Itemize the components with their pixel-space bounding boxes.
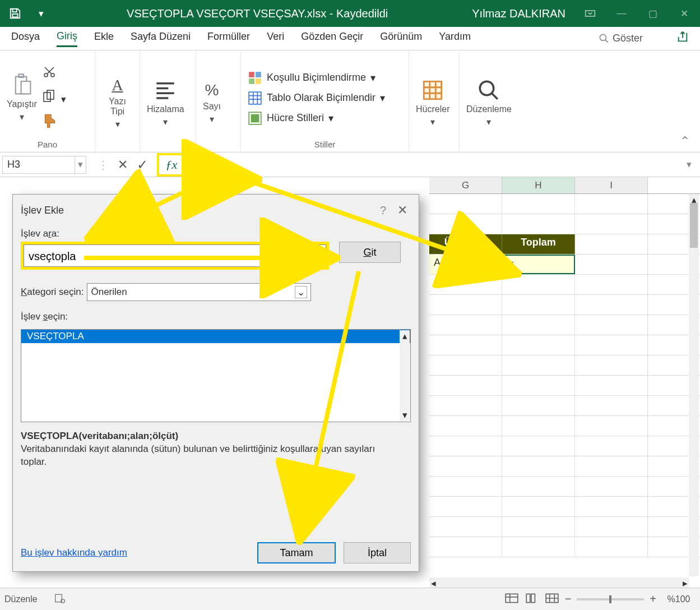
tab-veri[interactable]: Veri: [267, 31, 284, 46]
format-as-table-button[interactable]: Tablo Olarak Biçimlendir ▾: [248, 91, 385, 105]
function-search-input[interactable]: [24, 244, 326, 267]
search-label: İşlev ara:: [21, 228, 411, 239]
tab-ekle[interactable]: Ekle: [94, 31, 114, 46]
dialog-help-icon[interactable]: ?: [380, 204, 386, 217]
svg-rect-21: [506, 594, 518, 602]
font-group-button[interactable]: A Yazı Tipi ▾: [102, 76, 133, 130]
minimize-icon[interactable]: —: [606, 0, 637, 27]
tab-yardim[interactable]: Yardım: [439, 31, 471, 46]
function-signature: VSEÇTOPLA(veritabanı;alan;ölçüt): [21, 430, 411, 443]
editing-group-button[interactable]: Düzenleme ▾: [466, 78, 512, 127]
tab-gorunum[interactable]: Görünüm: [380, 31, 422, 46]
cells-group-button[interactable]: Hücreler ▾: [416, 78, 449, 127]
svg-rect-16: [252, 114, 259, 122]
close-icon[interactable]: ✕: [669, 0, 700, 27]
tab-gozden-gecir[interactable]: Gözden Geçir: [301, 31, 363, 46]
conditional-formatting-button[interactable]: Koşullu Biçimlendirme ▾: [248, 71, 385, 85]
cancel-button[interactable]: İptal: [344, 542, 411, 563]
insert-function-button[interactable]: ƒx: [157, 153, 186, 177]
svg-rect-11: [256, 72, 261, 77]
document-title: VSEÇTOPLA VSEÇORT VSEÇSAY.xlsx: [127, 7, 326, 20]
ok-button[interactable]: Tamam: [257, 542, 336, 563]
list-scrollbar[interactable]: ▴▾: [400, 330, 410, 421]
function-list[interactable]: VSEÇTOPLA ▴▾: [21, 329, 411, 422]
user-name[interactable]: Yılmaz DALKIRAN: [463, 7, 574, 20]
col-header-g[interactable]: G: [429, 177, 502, 193]
saved-status: Kaydedildi: [336, 7, 388, 20]
macro-record-icon[interactable]: [54, 593, 66, 606]
svg-rect-14: [249, 92, 261, 104]
maximize-icon[interactable]: ▢: [637, 0, 669, 27]
collapse-ribbon-icon[interactable]: ⌃: [670, 131, 700, 152]
col-header-h[interactable]: H: [502, 177, 575, 193]
cut-icon[interactable]: [43, 65, 66, 81]
cancel-formula-icon[interactable]: ✕: [118, 158, 128, 172]
group-pano-label: Pano: [7, 140, 88, 151]
svg-point-18: [480, 81, 494, 95]
svg-rect-13: [256, 78, 261, 84]
svg-point-2: [600, 34, 606, 40]
status-bar: Düzenle − + %100: [0, 588, 700, 610]
title-bar: ▾ VSEÇTOPLA VSEÇORT VSEÇSAY.xlsx - Kayde…: [0, 0, 700, 27]
col-header-i[interactable]: I: [575, 177, 648, 193]
alignment-group-button[interactable]: Hizalama ▾: [147, 78, 184, 127]
number-group-button[interactable]: % Sayı ▾: [203, 81, 221, 124]
formula-bar-expand-icon[interactable]: ▾: [687, 159, 698, 170]
ribbon-tabs: Dosya Giriş Ekle Sayfa Düzeni Formüller …: [0, 27, 700, 50]
zoom-in-icon[interactable]: +: [650, 593, 656, 606]
tab-giris[interactable]: Giriş: [57, 30, 77, 47]
ribbon-options-icon[interactable]: [574, 0, 606, 27]
svg-rect-1: [586, 11, 595, 16]
save-icon[interactable]: [4, 3, 26, 24]
function-description: Veritabanındaki kayıt alanında (sütun) b…: [21, 443, 391, 469]
qat-dropdown-icon[interactable]: ▾: [30, 3, 52, 24]
formula-input[interactable]: [195, 156, 687, 174]
tab-formuller[interactable]: Formüller: [207, 31, 250, 46]
paste-button[interactable]: Yapıştır ▾: [7, 73, 37, 122]
tab-dosya[interactable]: Dosya: [11, 31, 40, 46]
qat: ▾: [0, 3, 52, 24]
category-select[interactable]: Önerilen ⌄: [87, 283, 311, 301]
insert-function-dialog: İşlev Ekle ? ✕ İşlev ara: Git Kategori s…: [12, 194, 419, 572]
svg-rect-17: [424, 81, 442, 99]
tell-me-label: Göster: [613, 33, 643, 44]
function-help-link[interactable]: Bu işlev hakkında yardım: [21, 547, 127, 558]
view-page-layout-icon[interactable]: [525, 593, 539, 606]
svg-point-20: [61, 599, 64, 603]
dialog-title: İşlev Ekle: [21, 205, 380, 216]
copy-icon[interactable]: ▾: [43, 89, 66, 105]
zoom-out-icon[interactable]: −: [565, 593, 572, 606]
chevron-down-icon: ▾: [20, 112, 24, 122]
cell-styles-button[interactable]: Hücre Stilleri ▾: [248, 111, 385, 126]
func-list-label: İşlev seçin:: [21, 311, 411, 322]
group-stiller-label: Stiller: [248, 140, 402, 151]
name-box-dropdown-icon[interactable]: ▾: [75, 156, 86, 174]
dialog-close-icon[interactable]: ✕: [394, 203, 411, 218]
status-mode: Düzenle: [4, 594, 38, 604]
view-page-break-icon[interactable]: [545, 593, 559, 606]
table-header-toplam[interactable]: Toplam: [502, 234, 575, 254]
ribbon-body: Yapıştır ▾ ▾ Pano A Yazı Tipi ▾ H: [0, 50, 700, 152]
svg-rect-10: [249, 72, 254, 77]
tell-me[interactable]: Göster: [599, 33, 643, 44]
accept-formula-icon[interactable]: ✓: [137, 157, 148, 173]
horizontal-scrollbar[interactable]: ◂▸: [429, 577, 689, 588]
vertical-scrollbar[interactable]: ▴: [689, 194, 699, 576]
zoom-slider[interactable]: [577, 598, 644, 600]
share-icon[interactable]: [676, 31, 689, 46]
chevron-down-icon: ▾: [210, 114, 214, 124]
name-box[interactable]: H3: [2, 156, 75, 174]
zoom-label[interactable]: %100: [662, 594, 696, 604]
go-button[interactable]: Git: [339, 242, 401, 263]
cell-g4[interactable]: Açelya: [429, 255, 502, 274]
view-normal-icon[interactable]: [504, 593, 519, 606]
chevron-down-icon: ▾: [163, 117, 168, 127]
svg-rect-4: [18, 74, 23, 77]
function-item-vsectopla[interactable]: VSEÇTOPLA: [21, 330, 410, 343]
tab-sayfa-duzeni[interactable]: Sayfa Düzeni: [131, 31, 191, 46]
title-center: VSEÇTOPLA VSEÇORT VSEÇSAY.xlsx - Kaydedi…: [52, 7, 463, 20]
format-painter-icon[interactable]: [43, 113, 66, 131]
cell-h4-active[interactable]: =: [502, 255, 575, 274]
table-header-urun[interactable]: Ürün Adı: [429, 234, 502, 254]
search-icon: [599, 33, 609, 44]
